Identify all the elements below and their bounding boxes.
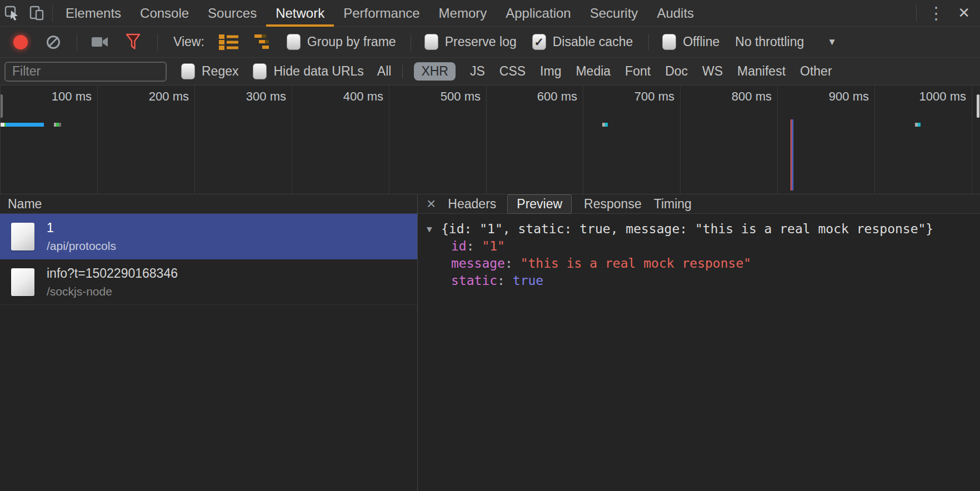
- overview-gridline: [972, 86, 972, 194]
- capture-screenshots-button[interactable]: [92, 36, 109, 48]
- bar-segment: [6, 123, 44, 127]
- filter-type-all[interactable]: All: [377, 64, 392, 79]
- filter-type-img[interactable]: Img: [540, 64, 561, 79]
- request-path: /sockjs-node: [47, 285, 178, 298]
- separator: [402, 65, 403, 78]
- overview-gridline: [777, 86, 778, 194]
- devtools-window: Elements Console Sources Network Perform…: [0, 0, 980, 491]
- tab-memory[interactable]: Memory: [429, 0, 497, 27]
- preview-json-tree: ▼ {id: "1", static: true, message: "this…: [418, 214, 980, 491]
- tab-sources[interactable]: Sources: [198, 0, 266, 27]
- disable-cache-checkbox[interactable]: ✓ Disable cache: [532, 34, 633, 50]
- request-row-selected[interactable]: 1 /api/protocols: [0, 214, 417, 259]
- overview-tick-label: 100 ms: [3, 89, 92, 104]
- tab-network[interactable]: Network: [266, 0, 334, 27]
- inspect-cursor-icon: [4, 6, 20, 21]
- overview-tick-label: 400 ms: [294, 89, 383, 104]
- details-tab-response[interactable]: Response: [584, 197, 642, 212]
- overview-tick-label: 900 ms: [780, 89, 869, 104]
- filter-type-xhr-selected[interactable]: XHR: [414, 62, 456, 81]
- tab-performance[interactable]: Performance: [334, 0, 429, 27]
- details-tab-preview-selected[interactable]: Preview: [507, 194, 572, 214]
- filter-type-font[interactable]: Font: [625, 64, 651, 79]
- chevron-down-icon: ▼: [827, 37, 837, 48]
- tab-elements[interactable]: Elements: [56, 0, 131, 27]
- separator: [648, 34, 649, 51]
- filter-type-ws[interactable]: WS: [702, 64, 723, 79]
- name-column-header[interactable]: Name: [0, 194, 417, 214]
- details-tab-timing[interactable]: Timing: [654, 197, 692, 212]
- group-by-frame-label: Group by frame: [307, 34, 396, 49]
- document-icon: [11, 223, 34, 250]
- request-row[interactable]: info?t=1502290168346 /sockjs-node: [0, 259, 417, 305]
- tab-audits[interactable]: Audits: [647, 0, 703, 27]
- filter-type-media[interactable]: Media: [576, 64, 611, 79]
- filter-button-active[interactable]: [126, 33, 141, 51]
- network-split-view: Name 1 /api/protocols info?t=15022901683…: [0, 194, 980, 491]
- throttling-select[interactable]: No throttling ▼: [735, 34, 837, 49]
- preserve-log-checkbox[interactable]: Preserve log: [424, 34, 517, 50]
- overview-tick-label: 1000 ms: [877, 89, 966, 104]
- tree-expander-icon[interactable]: ▼: [427, 221, 441, 238]
- inspect-element-icon[interactable]: [0, 2, 24, 24]
- more-options-icon[interactable]: ⋮: [920, 5, 952, 22]
- record-network-log-icon[interactable]: [13, 35, 28, 49]
- json-object-summary: {id: "1", static: true, message: "this i…: [441, 221, 933, 238]
- json-value: "1": [482, 239, 505, 253]
- overview-gridline: [680, 86, 681, 194]
- filter-type-doc[interactable]: Doc: [665, 64, 688, 79]
- tab-console[interactable]: Console: [131, 0, 198, 27]
- separator: [77, 34, 77, 51]
- use-large-rows-button-active[interactable]: [219, 34, 238, 50]
- hide-data-urls-checkbox[interactable]: Hide data URLs: [253, 63, 363, 79]
- regex-checkbox[interactable]: Regex: [181, 63, 238, 79]
- json-colon: :: [467, 239, 474, 253]
- regex-label: Regex: [202, 64, 238, 79]
- json-property: message: "this is a real mock response": [427, 255, 980, 272]
- filter-type-other[interactable]: Other: [800, 64, 832, 79]
- details-tab-headers[interactable]: Headers: [448, 197, 496, 212]
- close-details-icon[interactable]: ×: [427, 196, 436, 212]
- filter-type-manifest[interactable]: Manifest: [737, 64, 786, 79]
- network-overview-bar: [915, 123, 921, 127]
- overview-window-right-gripper[interactable]: [977, 94, 979, 118]
- waterfall-overview-icon: [254, 34, 273, 50]
- overview-canvas[interactable]: 100 ms200 ms300 ms400 ms500 ms600 ms700 …: [0, 86, 980, 194]
- filter-funnel-icon: [126, 33, 141, 51]
- domcontentloaded-event-line: [792, 119, 793, 191]
- request-text: 1 /api/protocols: [47, 221, 116, 253]
- request-name: info?t=1502290168346: [47, 266, 178, 281]
- overview-gridline: [97, 86, 98, 194]
- filter-type-js[interactable]: JS: [470, 64, 485, 79]
- large-rows-icon: [219, 34, 238, 50]
- document-icon: [11, 268, 34, 296]
- json-key: message: [451, 256, 505, 270]
- filter-input[interactable]: [4, 62, 167, 82]
- filter-type-css[interactable]: CSS: [499, 64, 526, 79]
- camera-icon: [92, 36, 109, 48]
- network-toolbar: View: Group by frame Preserve log ✓: [0, 27, 980, 58]
- details-tab-bar: × Headers Preview Response Timing: [418, 194, 980, 214]
- device-toolbar-icon[interactable]: [24, 2, 49, 24]
- overview-tick-label: 800 ms: [683, 89, 772, 104]
- tab-security[interactable]: Security: [581, 0, 648, 27]
- tab-application[interactable]: Application: [496, 0, 580, 27]
- clear-network-log-icon[interactable]: [47, 36, 60, 49]
- checkbox-unchecked: [253, 63, 267, 79]
- separator: [157, 34, 158, 51]
- show-overview-button-active[interactable]: [254, 34, 273, 50]
- checkbox-unchecked: [424, 34, 438, 50]
- network-filter-bar: Regex Hide data URLs All XHR JS CSS Img …: [0, 58, 980, 86]
- checkbox-unchecked: [662, 34, 676, 50]
- offline-label: Offline: [683, 34, 719, 49]
- json-colon: :: [497, 273, 505, 288]
- json-colon: :: [505, 256, 513, 270]
- preserve-log-label: Preserve log: [445, 34, 517, 49]
- overview-gridline: [0, 86, 1, 194]
- json-value: true: [513, 273, 543, 288]
- offline-checkbox[interactable]: Offline: [662, 34, 719, 50]
- devtools-tab-bar: Elements Console Sources Network Perform…: [0, 0, 980, 27]
- network-overview-bar: [1, 123, 44, 127]
- group-by-frame-checkbox[interactable]: Group by frame: [287, 34, 396, 50]
- close-devtools-icon[interactable]: ✕: [952, 4, 980, 22]
